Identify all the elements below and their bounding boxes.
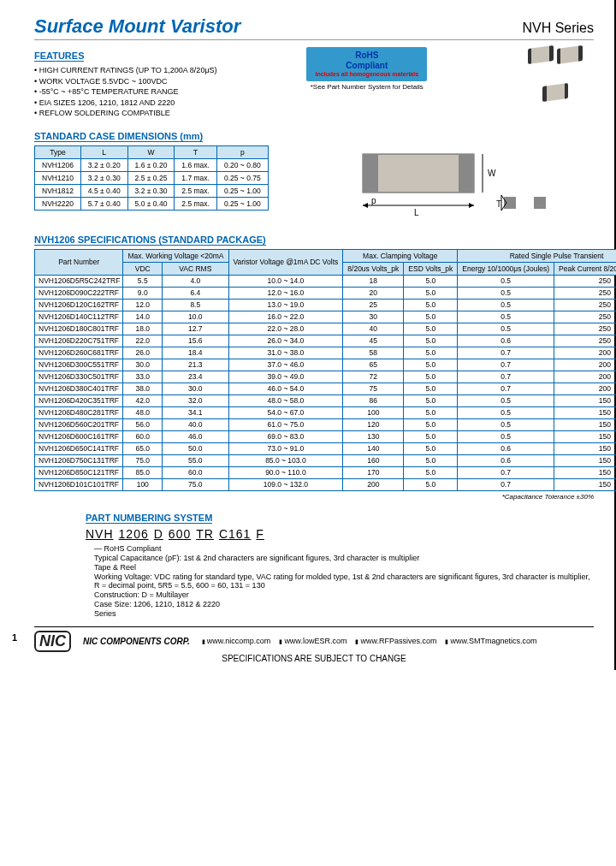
table-row: NVH1206D120C162TRF12.08.513.0 ~ 19.0255.… bbox=[35, 299, 617, 311]
table-row: NVH1206D090C222TRF9.06.412.0 ~ 16.0205.0… bbox=[35, 287, 617, 299]
footer-note: SPECIFICATIONS ARE SUBJECT TO CHANGE bbox=[34, 654, 594, 663]
rohs-badge: RoHS Compliant Includes all homogeneous … bbox=[306, 47, 427, 81]
feature-item: -55°C ~ +85°C TEMPERATURE RANGE bbox=[34, 86, 217, 98]
table-row: NVH1206D850C121TRF85.060.090.0 ~ 110.017… bbox=[35, 466, 617, 478]
footer: NIC NIC COMPONENTS CORP. www.niccomp.com… bbox=[34, 626, 594, 652]
features-heading: FEATURES bbox=[34, 50, 84, 62]
table-row: NVH1206D180C801TRF18.012.722.0 ~ 28.0405… bbox=[35, 323, 617, 335]
feature-item: REFLOW SOLDERING COMPATIBLE bbox=[34, 108, 217, 119]
table-row: NVH1206D750C131TRF75.055.085.0 ~ 103.016… bbox=[35, 454, 617, 466]
footer-link: www.lowESR.com bbox=[279, 637, 346, 645]
specs-table: Part Number Max. Working Voltage <20mA V… bbox=[34, 249, 616, 491]
table-row: NVH1206D420C351TRF42.032.048.0 ~ 58.0865… bbox=[35, 394, 617, 406]
table-row: NVH22205.7 ± 0.405.0 ± 0.402.5 max.0.25 … bbox=[35, 197, 269, 210]
nic-logo: NIC bbox=[34, 631, 71, 652]
feature-item: WORK VOLTAGE 5.5VDC ~ 100VDC bbox=[34, 76, 217, 87]
table-row: NVH1206D260C681TRF26.018.431.0 ~ 38.0585… bbox=[35, 347, 617, 359]
table-row: NVH1206D140C112TRF14.010.016.0 ~ 22.0305… bbox=[35, 311, 617, 323]
svg-text:L: L bbox=[414, 208, 419, 217]
dimensions-heading: STANDARD CASE DIMENSIONS (mm) bbox=[34, 131, 203, 142]
svg-rect-1 bbox=[363, 154, 378, 193]
svg-marker-6 bbox=[363, 203, 368, 208]
table-row: NVH1206D480C281TRF48.034.154.0 ~ 67.0100… bbox=[35, 406, 617, 418]
svg-marker-7 bbox=[469, 203, 474, 208]
features-list: HIGH CURRENT RATINGS (UP TO 1,200A 8/20μ… bbox=[34, 65, 217, 119]
rohs-box: RoHS Compliant Includes all homogeneous … bbox=[306, 47, 427, 119]
svg-rect-11 bbox=[534, 197, 546, 209]
table-row: NVH1206D650C141TRF65.050.073.0 ~ 91.0140… bbox=[35, 442, 617, 454]
table-row: NVH1206D560C201TRF56.040.061.0 ~ 75.0120… bbox=[35, 418, 617, 430]
table-row: NVH12103.2 ± 0.302.5 ± 0.251.7 max.0.25 … bbox=[35, 171, 269, 184]
svg-rect-0 bbox=[363, 154, 474, 193]
feature-item: HIGH CURRENT RATINGS (UP TO 1,200A 8/20μ… bbox=[34, 65, 217, 76]
page-number: 1 bbox=[12, 632, 17, 643]
footer-link: www.SMTmagnetics.com bbox=[445, 637, 536, 645]
specs-footnote: *Capacitance Tolerance ±30% bbox=[34, 493, 594, 501]
rohs-note: *See Part Number System for Details bbox=[306, 83, 427, 91]
page-title: Surface Mount Varistor bbox=[34, 15, 240, 38]
table-row: NVH1206D220C751TRF22.015.626.0 ~ 34.0455… bbox=[35, 335, 617, 347]
svg-text:T: T bbox=[496, 199, 501, 209]
part-numbering-system: PART NUMBERING SYSTEM NVH1206D600TRC161F… bbox=[86, 513, 594, 618]
series-label: NVH Series bbox=[522, 21, 594, 36]
svg-rect-2 bbox=[459, 154, 474, 193]
chip-illustration bbox=[517, 47, 594, 119]
table-row: NVH12063.2 ± 0.201.6 ± 0.201.6 max.0.20 … bbox=[35, 158, 269, 171]
dimensions-table: TypeLWTp NVH12063.2 ± 0.201.6 ± 0.201.6 … bbox=[34, 145, 269, 211]
table-row: NVH1206D600C161TRF60.046.069.0 ~ 83.0130… bbox=[35, 430, 617, 442]
table-row: NVH18124.5 ± 0.403.2 ± 0.302.5 max.0.25 … bbox=[35, 184, 269, 197]
table-row: NVH1206D300C551TRF30.021.337.0 ~ 46.0655… bbox=[35, 359, 617, 371]
table-row: NVH1206D101C101TRF10075.0109.0 ~ 132.020… bbox=[35, 478, 617, 490]
table-row: NVH1206D330C501TRF33.023.439.0 ~ 49.0725… bbox=[35, 371, 617, 383]
svg-text:W: W bbox=[488, 169, 496, 178]
table-row: NVH1206D380C401TRF38.030.046.0 ~ 54.0755… bbox=[35, 383, 617, 394]
svg-rect-10 bbox=[504, 197, 516, 209]
footer-link: www.niccomp.com bbox=[202, 637, 271, 645]
table-row: NVH1206D5R5C242TRF5.54.010.0 ~ 14.0185.0… bbox=[35, 275, 617, 287]
dimension-diagram: W L p T bbox=[286, 145, 594, 222]
footer-link: www.RFPassives.com bbox=[355, 637, 436, 645]
svg-text:p: p bbox=[371, 196, 376, 205]
specs-heading: NVH1206 SPECIFICATIONS (STANDARD PACKAGE… bbox=[34, 234, 266, 246]
feature-item: EIA SIZES 1206, 1210, 1812 AND 2220 bbox=[34, 98, 217, 109]
